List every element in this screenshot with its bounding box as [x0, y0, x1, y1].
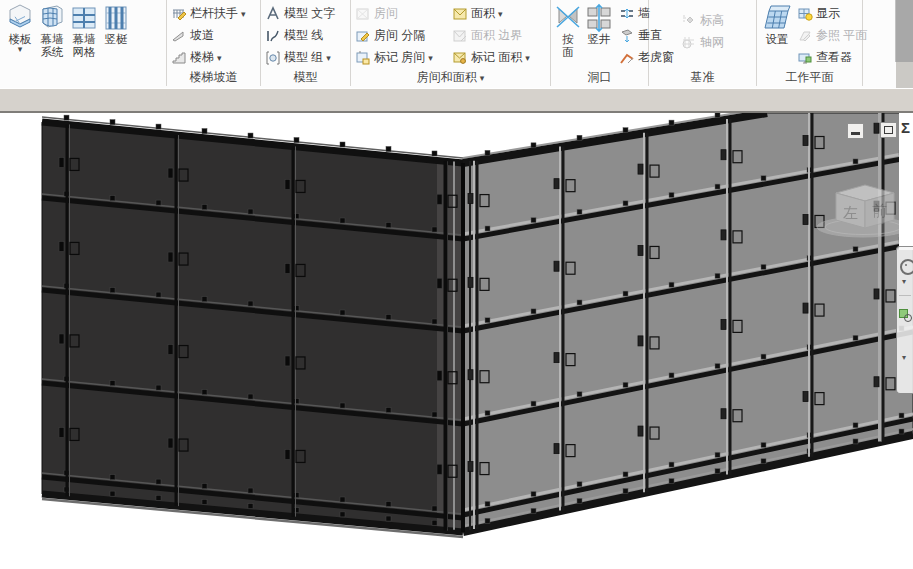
- tag-area-label: 标记 面积: [471, 49, 522, 66]
- window-edge-strip-lower: [896, 62, 913, 88]
- panel-work-plane: 设置 显示 参照 平面 查看器 工作平: [757, 0, 863, 86]
- panel-build: 楼板 幕墙 系统 幕墙 网格 竖梃: [0, 0, 167, 86]
- railing-label: 栏杆扶手: [190, 5, 238, 22]
- panel-room-area-label-text: 房间和面积: [417, 70, 477, 84]
- model-group-label: 模型 组: [284, 49, 323, 66]
- area-icon: [452, 6, 468, 22]
- panel-room-area-dropdown-icon[interactable]: [480, 73, 485, 83]
- level-icon: [681, 13, 697, 29]
- model-line-label: 模型 线: [284, 27, 323, 44]
- by-face-label-1: 按: [562, 33, 574, 46]
- panel-stairs-ramp-label[interactable]: 楼梯坡道: [167, 69, 260, 84]
- view-restore-button[interactable]: [880, 122, 897, 138]
- panel-datum-label[interactable]: 基准: [649, 69, 756, 84]
- panel-model: 模型 文字 模型 线 模型 组 模型: [261, 0, 351, 86]
- viewcube[interactable]: 左前: [800, 173, 913, 243]
- area-boundary-icon: [452, 28, 468, 44]
- collapsed-panel-icon[interactable]: Σ: [901, 119, 910, 136]
- viewer-label: 查看器: [816, 49, 852, 66]
- ramp-button[interactable]: 坡道: [171, 25, 258, 46]
- area-button[interactable]: 面积: [452, 3, 546, 24]
- mullion-button[interactable]: 竖梃: [101, 0, 131, 70]
- floor-button[interactable]: 楼板: [5, 0, 35, 70]
- railing-button[interactable]: 栏杆扶手: [171, 3, 258, 24]
- panel-room-area: 房间 房间 分隔 标记 房间 面积: [351, 0, 551, 86]
- curtain-grid-button[interactable]: 幕墙 网格: [69, 0, 99, 70]
- stairs-label: 楼梯: [190, 49, 214, 66]
- stairs-dropdown-icon[interactable]: [217, 53, 222, 63]
- show-work-plane-icon: [797, 6, 813, 22]
- area-boundary-label: 面积 边界: [471, 27, 522, 44]
- drawing-area[interactable]: 左前 Σ: [0, 113, 913, 569]
- by-face-icon: [553, 3, 583, 33]
- level-label: 标高: [700, 12, 724, 29]
- tag-area-button[interactable]: 标记 面积: [452, 47, 546, 68]
- panel-stairs-ramp: 栏杆扶手 坡道 楼梯 楼梯坡道: [167, 0, 261, 86]
- model-text-button[interactable]: 模型 文字: [265, 3, 348, 24]
- tag-room-label: 标记 房间: [374, 49, 425, 66]
- viewer-icon: [797, 50, 813, 66]
- ref-plane-button: 参照 平面: [797, 25, 867, 46]
- zoom-icon[interactable]: [899, 309, 912, 322]
- area-dropdown-icon[interactable]: [498, 9, 503, 19]
- railing-dropdown-icon[interactable]: [241, 9, 246, 19]
- floor-dropdown-icon[interactable]: [18, 46, 23, 53]
- model-text-label: 模型 文字: [284, 5, 335, 22]
- mullion-icon: [101, 3, 131, 33]
- curtain-wall-3d-model[interactable]: [0, 113, 913, 569]
- tag-area-icon: [452, 50, 468, 66]
- room-icon: [355, 6, 371, 22]
- navigation-bar: [896, 246, 913, 394]
- model-line-button[interactable]: 模型 线: [265, 25, 348, 46]
- revit-window: 楼板 幕墙 系统 幕墙 网格 竖梃: [0, 0, 913, 569]
- steering-wheel-icon[interactable]: [900, 259, 913, 275]
- tag-room-icon: [355, 50, 371, 66]
- level-button: 标高: [681, 10, 754, 31]
- svg-text:左: 左: [843, 204, 858, 221]
- model-line-icon: [265, 28, 281, 44]
- room-separator-label: 房间 分隔: [374, 27, 425, 44]
- panel-build-label: [0, 69, 166, 84]
- shaft-icon: [584, 3, 614, 33]
- panel-opening: 按 面 竖井 墙 垂直: [551, 0, 649, 86]
- svg-text:前: 前: [872, 202, 887, 219]
- room-separator-button[interactable]: 房间 分隔: [355, 25, 446, 46]
- zoom-dropdown-icon[interactable]: [902, 353, 906, 362]
- show-work-plane-button[interactable]: 显示: [797, 3, 867, 24]
- curtain-system-label-2: 系统: [41, 46, 64, 59]
- panel-work-plane-label[interactable]: 工作平面: [757, 69, 862, 84]
- model-group-button[interactable]: 模型 组: [265, 47, 348, 68]
- mullion-label: 竖梃: [105, 33, 128, 46]
- wheel-dropdown-icon[interactable]: [902, 277, 906, 286]
- wall-opening-icon: [619, 6, 635, 22]
- panel-room-area-label[interactable]: 房间和面积: [351, 69, 550, 84]
- panel-opening-label[interactable]: 洞口: [551, 69, 648, 84]
- stairs-icon: [171, 50, 187, 66]
- set-work-plane-label: 设置: [766, 33, 789, 46]
- panel-datum: 标高 轴网 基准: [649, 0, 757, 86]
- curtain-system-button[interactable]: 幕墙 系统: [37, 0, 67, 70]
- ribbon: 楼板 幕墙 系统 幕墙 网格 竖梃: [0, 0, 913, 88]
- tag-room-dropdown-icon[interactable]: [428, 53, 433, 63]
- viewer-button[interactable]: 查看器: [797, 47, 867, 68]
- set-work-plane-button[interactable]: 设置: [762, 0, 792, 70]
- dormer-icon: [619, 50, 635, 66]
- room-button: 房间: [355, 3, 446, 24]
- model-group-dropdown-icon[interactable]: [326, 53, 331, 63]
- shaft-button[interactable]: 竖井: [584, 0, 614, 70]
- shaft-label: 竖井: [588, 33, 611, 46]
- ref-plane-label: 参照 平面: [816, 27, 867, 44]
- tag-area-dropdown-icon[interactable]: [525, 53, 530, 63]
- grid-datum-icon: [681, 35, 697, 51]
- tag-room-button[interactable]: 标记 房间: [355, 47, 446, 68]
- options-bar: [0, 88, 913, 113]
- by-face-label-2: 面: [562, 46, 574, 59]
- curtain-system-icon: [37, 3, 67, 33]
- panel-model-label[interactable]: 模型: [261, 69, 350, 84]
- by-face-button[interactable]: 按 面: [554, 0, 582, 70]
- room-separator-icon: [355, 28, 371, 44]
- grid-button: 轴网: [681, 32, 754, 53]
- area-label: 面积: [471, 5, 495, 22]
- view-minimize-button[interactable]: [847, 123, 864, 139]
- stairs-button[interactable]: 楼梯: [171, 47, 258, 68]
